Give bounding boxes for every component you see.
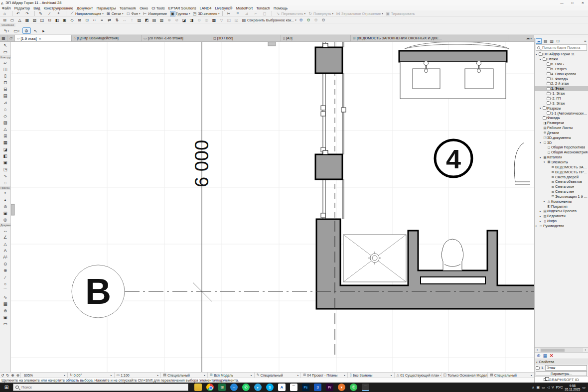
toolbox-tool[interactable]: ▦	[0, 300, 10, 307]
toolbar-button[interactable]: ✂	[225, 10, 234, 16]
toolbar-button[interactable]: ⌂	[1, 10, 10, 16]
toolbar-button[interactable]: ⊡	[83, 17, 91, 23]
properties-tool-icon[interactable]: ▦	[543, 353, 548, 358]
menu-item[interactable]: Документ	[75, 6, 95, 10]
taskbar-app-icon[interactable]: ⌒	[290, 384, 297, 391]
toilet[interactable]	[441, 239, 463, 270]
quick-option[interactable]: ▤ Специальный ▸	[160, 373, 207, 378]
toolbar-button[interactable]: ◰	[225, 17, 233, 23]
toolbox-tool[interactable]: ↖	[0, 42, 10, 48]
toolbox-tool[interactable]: ▱	[0, 59, 10, 66]
quick-option[interactable]: ◫ Только Основная Модель ▸	[441, 373, 488, 378]
toolbox-tool[interactable]: ∿	[0, 172, 10, 179]
zoom-control-icon[interactable]: ⊕	[10, 373, 15, 378]
search-input[interactable]	[541, 45, 586, 50]
toolbox-tool[interactable]: A	[0, 247, 10, 254]
toolbox-tool[interactable]: △	[0, 126, 10, 132]
taskbar-app-icon[interactable]	[206, 384, 214, 391]
toolbox-tool[interactable]: ∕	[0, 274, 10, 280]
toolbar-button[interactable]: ▦	[23, 17, 31, 23]
toolbar-button[interactable]: ⌗	[234, 10, 243, 16]
tree-item[interactable]: 1. Этаж	[535, 86, 588, 91]
gear-icon-button[interactable]: ⚙	[312, 17, 320, 23]
mini-toolbar-button[interactable]: ▸	[41, 27, 47, 34]
tree-item[interactable]: ◧ Покрытия	[535, 204, 588, 209]
tree-item[interactable]: ◻ Общая Аксонометрия	[535, 150, 588, 155]
tree-item[interactable]: ⊞ ВЕДОМОСТЬ ЗАПОЛНЕНИЯ ОК	[535, 164, 588, 169]
tree-item[interactable]: ▸ △ Компоненты	[535, 199, 588, 204]
tree-item[interactable]: ▤ Рабочие Листы	[535, 126, 588, 131]
properties-section-header[interactable]: ▾ Свойства	[535, 359, 588, 365]
tree-item[interactable]: ▾ Разрезы	[535, 106, 588, 111]
palette-handle[interactable]	[11, 204, 14, 215]
toolbox-tool[interactable]: ◎	[0, 217, 10, 223]
document-tab[interactable]: ⊞ [ВЕДОМОСТЬ ЗАПОЛНЕНИЯ ОКОННЫХ И ДВЕ...	[351, 35, 508, 41]
taskbar-app-icon[interactable]: ✆	[350, 384, 357, 391]
toolbox-tool[interactable]: ⊕	[0, 203, 10, 210]
toolbox-tool[interactable]: ▣	[0, 314, 10, 320]
properties-tool-icon[interactable]: ✕	[550, 353, 554, 358]
tree-item[interactable]: ⊞ Смета стен	[535, 189, 588, 194]
toolbar-button[interactable]: ▥	[158, 17, 165, 23]
taskbar-app-icon[interactable]: A	[278, 384, 286, 391]
tree-item[interactable]: 1-1 (Автоматически Перестраива	[535, 111, 588, 116]
quick-option[interactable]: ↻ 0.00° ▸	[67, 373, 114, 378]
start-button[interactable]: ⊞	[0, 385, 13, 390]
scroll-right-icon[interactable]: ›	[583, 348, 588, 352]
toolbox-tool[interactable]: Проекц	[0, 186, 10, 190]
toolbar-button[interactable]: ◇	[68, 17, 76, 23]
tree-item[interactable]: ◨ Развертки	[535, 121, 588, 126]
toolbar-button[interactable]: ↔	[121, 17, 128, 23]
toolbox-tool[interactable]: ⊙	[0, 261, 10, 267]
tree-item[interactable]: 3. Фасады	[535, 76, 588, 81]
toolbar-button[interactable]: ◩	[143, 17, 150, 23]
navigator-mode-icon[interactable]: ▤	[543, 39, 548, 43]
tree-item[interactable]: ⊞ Экспликация 1-й этаж	[535, 194, 588, 199]
toolbar-button[interactable]: ◫	[38, 17, 46, 23]
toolbox-tool[interactable]: ⊟	[0, 86, 10, 92]
menu-item[interactable]: ModelPort	[234, 6, 254, 10]
tree-item[interactable]: -1. Этаж	[535, 91, 588, 96]
tree-item[interactable]: ▾ Этажи	[535, 57, 588, 62]
navigator-mode-icon[interactable]: ▥	[550, 39, 555, 43]
toolbar-button[interactable]: ∕	[46, 10, 55, 16]
document-tab[interactable]: ▭ [28 План -1-го этажа]	[142, 35, 211, 41]
toolbar-button[interactable]: ⊙	[195, 17, 203, 23]
tree-item[interactable]: 6. DWG	[535, 62, 588, 67]
parameters-button[interactable]: Параметры...	[536, 371, 587, 376]
toolbox-tool[interactable]: Констру	[0, 55, 10, 59]
mini-toolbar-button[interactable]: ↰ ▾	[2, 27, 10, 34]
quick-option[interactable]: ✎ Специальный ▸	[254, 373, 301, 378]
toolbar-button[interactable]	[220, 11, 223, 16]
taskbar-search-input[interactable]	[20, 385, 186, 390]
toolbar-button[interactable]: ◨	[188, 17, 195, 23]
taskbar-app-icon[interactable]	[194, 384, 202, 391]
menu-item[interactable]: Окно	[138, 6, 150, 10]
toolbar-button[interactable]	[270, 11, 272, 16]
zoom-control-icon[interactable]: ↻	[5, 373, 10, 378]
toolbox-tool[interactable]: ◧	[0, 152, 10, 159]
toolbar-button[interactable]: ⊞	[1, 17, 8, 23]
toolbar-button[interactable]: ◪	[180, 17, 188, 23]
toolbox-tool[interactable]: ⊞	[0, 132, 10, 139]
menu-item[interactable]: Помощь	[272, 6, 289, 10]
document-tab[interactable]: ⌂ [Центр Взаимодействия]	[72, 35, 142, 41]
tree-item[interactable]: ◻ Общая Перспектива	[535, 145, 588, 150]
toolbox-tool[interactable]: ▭	[0, 48, 10, 55]
quick-option[interactable]: 605% ▸	[20, 373, 67, 378]
gear-icon-button[interactable]: ⚙	[320, 17, 327, 23]
tree-item[interactable]: ⊞ Смета окон	[535, 184, 588, 189]
dimension-6000[interactable]: 6 000	[191, 140, 212, 187]
toolbox-tool[interactable]: ▤	[0, 93, 10, 99]
toolbox-tool[interactable]: ∠	[0, 234, 10, 241]
toolbar-button[interactable]: ▨	[136, 17, 143, 23]
toolbar-button[interactable]: ◱	[233, 17, 240, 23]
menu-item[interactable]: Вид	[32, 6, 42, 10]
toolbar-button[interactable]: ▣ Группы ▾	[169, 10, 191, 16]
tree-item[interactable]: Фасады	[535, 116, 588, 121]
tree-item[interactable]: -3. Этаж	[535, 101, 588, 106]
toolbar-button[interactable]: ▣ Тиражировать	[384, 10, 417, 16]
toolbox-tool[interactable]: ⌒	[0, 287, 10, 294]
toolbar-button[interactable]: ▽	[218, 17, 225, 23]
toolbar-button[interactable]: ⇄	[106, 17, 113, 23]
